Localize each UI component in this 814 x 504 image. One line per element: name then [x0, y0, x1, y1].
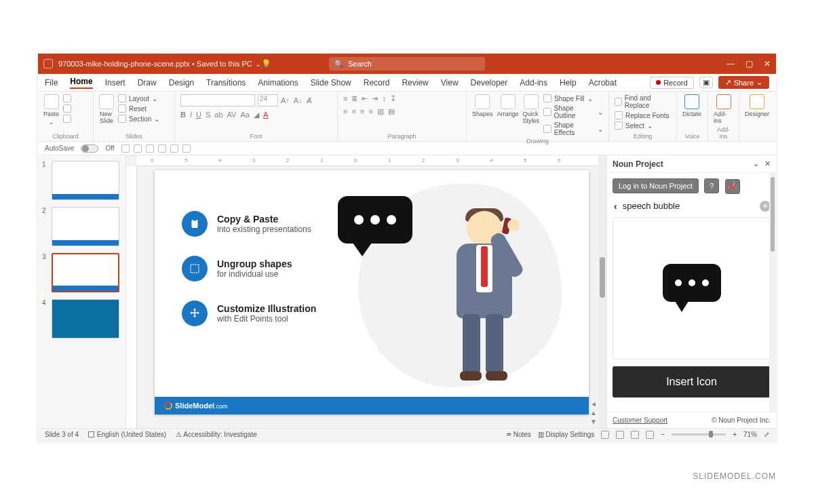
language-status[interactable]: 🞎 English (United States) — [88, 431, 166, 438]
reading-view-icon[interactable] — [631, 431, 639, 439]
decrease-font-icon[interactable]: A↓ — [294, 96, 303, 105]
font-family-select[interactable] — [180, 94, 255, 106]
search-box[interactable]: 🔍 Search — [329, 57, 485, 71]
shape-outline-button[interactable]: Shape Outline ⌄ — [543, 104, 603, 119]
help-button[interactable]: ? — [704, 178, 719, 193]
format-painter-button[interactable] — [63, 115, 71, 123]
zoom-level[interactable]: 71% — [743, 431, 757, 438]
share-button[interactable]: ↗ Share ⌄ — [718, 76, 769, 89]
accessibility-status[interactable]: ⚠ Accessibility: Investigate — [176, 431, 257, 438]
tab-review[interactable]: Review — [402, 78, 428, 88]
indent-dec-button[interactable]: ⇤ — [362, 94, 368, 103]
normal-view-icon[interactable] — [601, 431, 609, 439]
tab-record[interactable]: Record — [364, 78, 390, 88]
smartart-button[interactable]: ▤ — [388, 107, 395, 116]
slide-counter[interactable]: Slide 3 of 4 — [45, 431, 79, 438]
tab-file[interactable]: File — [45, 78, 58, 88]
new-slide-button[interactable]: New Slide — [99, 94, 114, 124]
italic-button[interactable]: I — [190, 111, 192, 119]
dictate-button[interactable]: Dictate — [682, 94, 701, 117]
underline-button[interactable]: U — [196, 111, 201, 119]
canvas-scrollbar[interactable] — [598, 155, 606, 428]
tab-transitions[interactable]: Transitions — [206, 78, 246, 88]
tab-home[interactable]: Home — [70, 77, 92, 89]
layout-button[interactable]: Layout ⌄ — [118, 94, 159, 102]
thumbnail-2[interactable] — [52, 207, 119, 246]
columns-button[interactable]: ▥ — [377, 107, 384, 116]
insert-icon-button[interactable]: Insert Icon — [613, 366, 771, 398]
slideshow-view-icon[interactable] — [646, 431, 654, 439]
title-caret-icon[interactable]: ⌄ — [255, 60, 261, 69]
replace-fonts-button[interactable]: Replace Fonts — [615, 111, 671, 119]
text-direction-button[interactable]: ↧ — [390, 94, 396, 103]
justify-button[interactable]: ≡ — [368, 107, 372, 116]
find-replace-button[interactable]: Find and Replace — [615, 94, 671, 109]
tab-insert[interactable]: Insert — [105, 78, 125, 88]
shape-fill-button[interactable]: Shape Fill ⌄ — [543, 94, 603, 102]
sorter-view-icon[interactable] — [616, 431, 624, 439]
zoom-in-button[interactable]: + — [733, 431, 737, 438]
font-size-select[interactable]: 24 — [258, 94, 278, 106]
qat-save-icon[interactable] — [121, 144, 130, 153]
close-button[interactable]: ✕ — [764, 59, 771, 69]
align-right-button[interactable]: ≡ — [360, 107, 364, 116]
display-settings-button[interactable]: ▥ Display Settings — [538, 431, 594, 438]
tab-view[interactable]: View — [441, 78, 459, 88]
qat-undo-icon[interactable] — [134, 144, 142, 153]
font-color-button[interactable]: A — [263, 111, 268, 119]
line-spacing-button[interactable]: ↕ — [382, 94, 386, 103]
bullets-button[interactable]: ≡ — [343, 94, 347, 103]
customer-support-link[interactable]: Customer Support — [613, 416, 667, 424]
select-button[interactable]: Select ⌄ — [615, 121, 671, 130]
numbering-button[interactable]: ≣ — [351, 94, 357, 103]
record-button[interactable]: Record — [650, 77, 693, 89]
zoom-slider[interactable] — [672, 433, 726, 435]
quick-styles-button[interactable]: Quick Styles — [523, 94, 540, 124]
thumbnail-1[interactable] — [52, 161, 119, 200]
cut-button[interactable] — [63, 94, 71, 102]
align-center-button[interactable]: ≡ — [351, 107, 355, 116]
shadow-button[interactable]: ab — [214, 111, 222, 119]
highlight-button[interactable]: ◢ — [254, 111, 259, 119]
section-button[interactable]: Section ⌄ — [118, 115, 159, 123]
arrange-button[interactable]: Arrange — [497, 94, 519, 117]
tab-help[interactable]: Help — [560, 78, 577, 88]
clear-format-icon[interactable]: A̸ — [307, 96, 312, 105]
designer-button[interactable]: Designer — [745, 94, 769, 117]
thumbnail-3[interactable] — [52, 253, 119, 292]
fit-window-icon[interactable]: ⤢ — [764, 431, 769, 438]
align-left-button[interactable]: ≡ — [343, 107, 347, 116]
tab-design[interactable]: Design — [169, 78, 194, 88]
search-term[interactable]: speech bubble — [623, 201, 756, 211]
zoom-out-button[interactable]: − — [661, 431, 665, 438]
qat-more-icon[interactable] — [170, 144, 178, 153]
case-button[interactable]: Aa — [240, 111, 249, 119]
bold-button[interactable]: B — [180, 111, 186, 119]
indent-inc-button[interactable]: ⇥ — [372, 94, 378, 103]
tab-addins[interactable]: Add-ins — [520, 78, 547, 88]
tab-draw[interactable]: Draw — [138, 78, 157, 88]
thumbnail-4[interactable] — [52, 299, 119, 338]
slide-canvas[interactable]: Copy & Pasteinto existing presentations … — [155, 170, 589, 414]
panel-scrollbar[interactable] — [769, 173, 776, 412]
canvas-nav-arrows[interactable]: ◄▲▼ — [590, 400, 597, 425]
paste-button[interactable]: Paste⌄ — [43, 94, 59, 125]
tab-slideshow[interactable]: Slide Show — [311, 78, 351, 88]
notes-button[interactable]: ≐ Notes — [506, 431, 531, 438]
strike-button[interactable]: S — [206, 111, 210, 119]
minimize-button[interactable]: — — [726, 59, 735, 69]
tab-developer[interactable]: Developer — [471, 78, 508, 88]
tab-acrobat[interactable]: Acrobat — [589, 78, 617, 88]
qat-custom-icon[interactable] — [182, 144, 191, 153]
shapes-button[interactable]: Shapes — [472, 94, 493, 117]
shape-effects-button[interactable]: Shape Effects ⌄ — [543, 121, 603, 136]
panel-close-icon[interactable]: ✕ — [764, 159, 771, 168]
maximize-button[interactable]: ▢ — [745, 59, 753, 69]
announce-button[interactable]: 📣 — [725, 179, 740, 194]
spacing-button[interactable]: AV — [227, 111, 237, 119]
panel-dropdown-icon[interactable]: ⌄ — [753, 159, 759, 168]
back-icon[interactable]: ‹ — [613, 201, 619, 212]
copy-button[interactable] — [63, 104, 71, 113]
increase-font-icon[interactable]: A↑ — [281, 96, 290, 105]
qat-from-beginning-icon[interactable] — [158, 144, 166, 153]
